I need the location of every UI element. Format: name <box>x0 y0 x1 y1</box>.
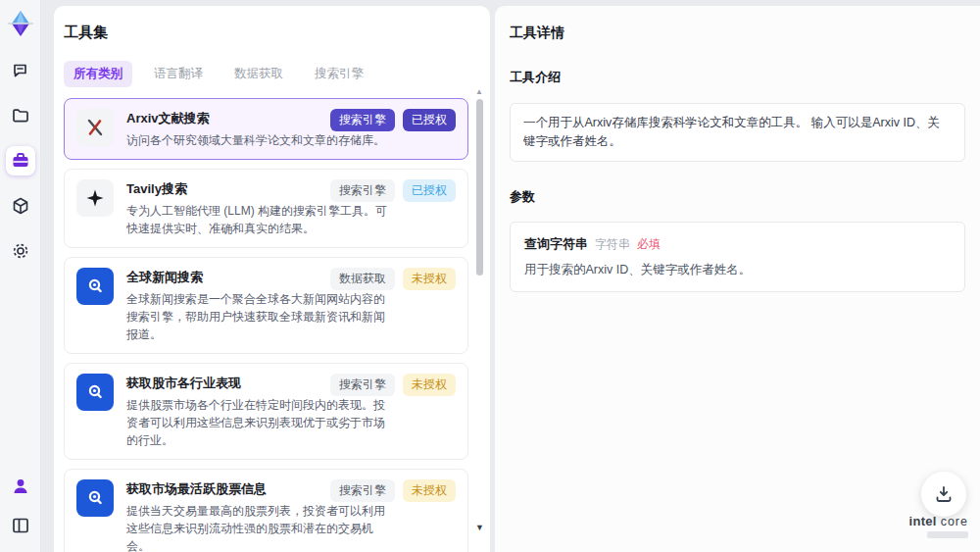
tab-all-categories[interactable]: 所有类别 <box>64 61 132 87</box>
tab-search-engine[interactable]: 搜索引擎 <box>305 61 373 87</box>
sidebar-item-packages[interactable] <box>6 191 35 221</box>
sidebar-item-toolbox[interactable] <box>6 146 35 176</box>
auth-status-badge: 未授权 <box>403 479 456 502</box>
intro-heading: 工具介绍 <box>510 69 965 86</box>
category-badge: 数据获取 <box>330 268 395 290</box>
tavily-star-icon <box>76 179 114 217</box>
sidebar-item-account[interactable] <box>6 472 35 501</box>
search-q-icon <box>76 268 114 305</box>
scrollbar-up-arrow[interactable]: ▲ <box>475 88 483 96</box>
core-wordmark: core <box>941 515 968 528</box>
params-heading: 参数 <box>510 188 965 206</box>
tool-card-global-news[interactable]: 全球新闻搜索 全球新闻搜索是一个聚合全球各大新闻网站内容的搜索引擎，帮助用户快速… <box>64 257 468 354</box>
arxiv-logo-icon <box>76 109 114 146</box>
tool-description: 提供当天交易量最高的股票列表，投资者可以利用这些信息来识别流动性强的股票和潜在的… <box>126 502 393 552</box>
sidebar-item-settings[interactable] <box>6 236 35 266</box>
tool-intro-text: 一个用于从Arxiv存储库搜索科学论文和文章的工具。 输入可以是Arxiv ID… <box>510 103 965 162</box>
list-scrollbar-thumb[interactable] <box>476 99 483 276</box>
app-logo-gem-icon <box>6 9 35 38</box>
toolbox-icon <box>11 151 30 171</box>
scrollbar-down-arrow[interactable]: ▼ <box>475 524 484 532</box>
package-icon <box>11 196 30 216</box>
tool-card-list: Arxiv文献搜索 访问各个研究领域大量科学论文和文章的存储库。 搜索引擎 已授… <box>64 98 468 552</box>
category-badge: 搜索引擎 <box>330 479 395 502</box>
category-tabs: 所有类别 语言翻译 数据获取 搜索引擎 <box>64 61 480 87</box>
panel-layout-icon <box>11 516 30 535</box>
parameter-card: 查询字符串 字符串 必填 用于搜索的Arxiv ID、关键字或作者姓名。 <box>510 222 965 292</box>
user-icon <box>11 477 30 496</box>
auth-status-badge: 未授权 <box>403 374 456 396</box>
tool-list-panel: 工具集 所有类别 语言翻译 数据获取 搜索引擎 Arxiv文献搜索 访问各个研究… <box>54 6 490 552</box>
detail-title: 工具详情 <box>510 6 965 42</box>
auth-status-badge: 未授权 <box>403 268 456 290</box>
search-q-icon <box>76 479 114 517</box>
param-type: 字符串 <box>595 236 630 253</box>
tool-description: 提供股票市场各个行业在特定时间段内的表现。投资者可以利用这些信息来识别表现优于或… <box>126 396 393 449</box>
sidebar-item-toggle-panel[interactable] <box>6 511 35 540</box>
tab-data-fetching[interactable]: 数据获取 <box>224 61 293 87</box>
auth-status-badge: 已授权 <box>403 109 456 131</box>
tool-card-arxiv[interactable]: Arxiv文献搜索 访问各个研究领域大量科学论文和文章的存储库。 搜索引擎 已授… <box>64 98 468 160</box>
sidebar-item-chat[interactable] <box>6 56 35 85</box>
folder-icon <box>11 106 30 125</box>
intel-wordmark: intel <box>909 514 937 528</box>
tool-description: 专为人工智能代理 (LLM) 构建的搜索引擎工具。可快速提供实时、准确和真实的结… <box>126 202 393 237</box>
sidebar-item-files[interactable] <box>6 101 35 130</box>
param-description: 用于搜索的Arxiv ID、关键字或作者姓名。 <box>524 262 951 278</box>
tool-description: 全球新闻搜索是一个聚合全球各大新闻网站内容的搜索引擎，帮助用户快速获取全球最新资… <box>126 290 393 343</box>
tool-card-tavily[interactable]: Tavily搜索 专为人工智能代理 (LLM) 构建的搜索引擎工具。可快速提供实… <box>64 169 468 248</box>
tool-card-industry-performance[interactable]: 获取股市各行业表现 提供股票市场各个行业在特定时间段内的表现。投资者可以利用这些… <box>64 363 468 460</box>
tool-description: 访问各个研究领域大量科学论文和文章的存储库。 <box>126 131 393 149</box>
chat-icon <box>11 61 30 80</box>
search-q-icon <box>76 374 114 411</box>
gear-icon <box>11 241 30 261</box>
param-required-flag: 必填 <box>637 236 661 253</box>
auth-status-badge: 已授权 <box>403 179 456 202</box>
tab-language-translation[interactable]: 语言翻译 <box>144 61 213 87</box>
tool-detail-panel: 工具详情 工具介绍 一个用于从Arxiv存储库搜索科学论文和文章的工具。 输入可… <box>495 6 980 552</box>
param-name: 查询字符串 <box>524 235 588 253</box>
category-badge: 搜索引擎 <box>330 374 395 396</box>
category-badge: 搜索引擎 <box>330 109 395 131</box>
intel-core-logo: intel core <box>909 515 968 539</box>
category-badge: 搜索引擎 <box>330 179 395 202</box>
page-title: 工具集 <box>54 6 490 42</box>
download-icon <box>934 484 954 504</box>
intel-ultra-mark <box>927 531 968 538</box>
app-sidebar <box>0 0 41 552</box>
download-button[interactable] <box>921 472 966 517</box>
tool-card-active-stocks[interactable]: 获取市场最活跃股票信息 提供当天交易量最高的股票列表，投资者可以利用这些信息来识… <box>64 469 468 552</box>
